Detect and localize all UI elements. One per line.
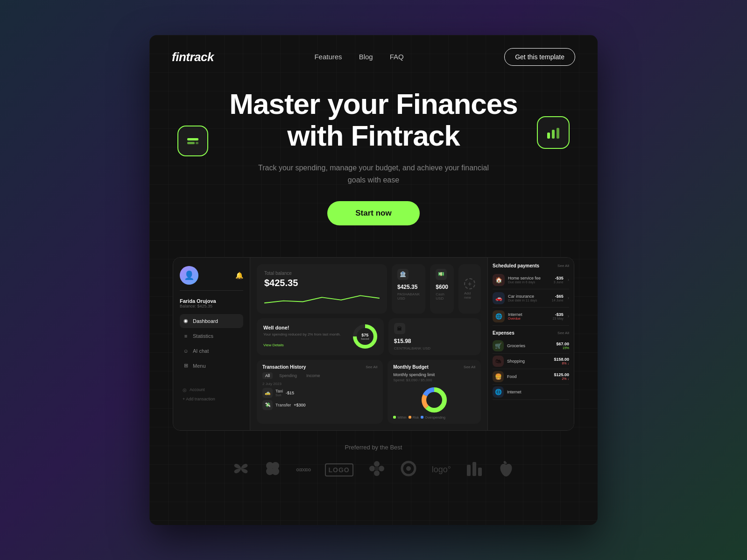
- tab-all[interactable]: All: [262, 372, 273, 379]
- internet-payment-icon: 🌐: [493, 310, 505, 322]
- expenses-see-all[interactable]: See All: [557, 331, 569, 335]
- home-service-due: Due date in 6 days: [508, 280, 550, 284]
- cash-amount: $600: [436, 284, 448, 290]
- shopping-amount: $158.00: [554, 357, 569, 362]
- brand-logo-4: LOGO: [325, 463, 353, 476]
- svg-point-18: [374, 466, 379, 471]
- db-menu-statistics[interactable]: ≡ Statistics: [180, 329, 243, 343]
- budget-donut-chart: [420, 386, 448, 414]
- welldone-desc: Your spending reduced by 2% from last mo…: [263, 332, 341, 337]
- groceries-icon: 🛒: [493, 340, 504, 351]
- add-circle-icon: +: [464, 278, 475, 289]
- pashabank-amount: $425.35: [397, 284, 420, 290]
- tab-income[interactable]: Income: [303, 372, 323, 379]
- txn-taxi-sub: Sun: [275, 393, 283, 397]
- internet-date: 23 May: [553, 317, 564, 320]
- txn-title: Transaction History: [262, 364, 306, 370]
- svg-rect-4: [552, 130, 555, 139]
- welldone-link[interactable]: View Details: [263, 343, 284, 347]
- svg-rect-0: [187, 138, 198, 140]
- list-item: 🛍 Shopping $158.00 8% ↓: [493, 354, 569, 369]
- internet-expense-name: Internet: [507, 390, 566, 394]
- nav-links: Features Blog FAQ: [314, 53, 403, 61]
- nav-features[interactable]: Features: [314, 53, 342, 61]
- legend-within: Within: [393, 416, 406, 419]
- db-acct-cash: 💵 $600 Cash USD: [430, 264, 454, 314]
- savings-circle: $75 Saved: [353, 324, 377, 349]
- shopping-icon: 🛍: [493, 356, 504, 367]
- db-add-transaction[interactable]: + Add transaction: [180, 395, 243, 403]
- list-item: 🌐 Internet Overdue -$35 23 May ›: [493, 308, 569, 326]
- get-template-button[interactable]: Get this template: [504, 48, 575, 66]
- db-menu-menu[interactable]: ⊞ Menu: [180, 359, 243, 373]
- legend-risk: Risk: [409, 416, 419, 419]
- db-menu-dashboard[interactable]: ◉ Dashboard: [180, 314, 243, 328]
- svg-point-13: [272, 468, 279, 475]
- svg-rect-23: [478, 468, 482, 476]
- budget-label: Monthly spending limit: [393, 372, 475, 377]
- db-menu-aichat[interactable]: ☺ AI chat: [180, 344, 243, 358]
- pashabank-label: PASHABANK USD: [397, 292, 420, 301]
- expenses-title: Expenses: [493, 330, 514, 336]
- list-item: 🚗 Car insurance Due date in 11 days -$65…: [493, 289, 569, 308]
- svg-point-16: [374, 470, 380, 476]
- db-middle-row: Well done! Your spending reduced by 2% f…: [257, 318, 481, 355]
- table-row: 💸 Transfer +$300: [262, 400, 377, 410]
- brand-logo-8: [466, 460, 483, 480]
- browser-window: fintrack Features Blog FAQ Get this temp…: [149, 35, 598, 525]
- db-bottom-row: Transaction History See All All Spending…: [257, 360, 481, 424]
- svg-point-20: [406, 466, 411, 471]
- db-right-panel: Scheduled payments See All 🏠 Home servic…: [487, 258, 574, 430]
- brand-logo-9: [498, 460, 514, 480]
- home-service-chevron: ›: [568, 277, 569, 282]
- logos-row: ∞∞∞ LOGO logo°: [172, 460, 575, 480]
- groceries-name: Groceries: [507, 343, 553, 348]
- nav-faq[interactable]: FAQ: [390, 53, 404, 61]
- car-insurance-date: 14 June: [552, 299, 564, 302]
- db-balance-card: Total balance $425.35: [257, 264, 387, 314]
- home-service-amount: -$35: [554, 276, 564, 280]
- list-item: 🍔 Food $125.00 2% ↓: [493, 369, 569, 385]
- add-new-label: Add new: [464, 291, 475, 300]
- txn-taxi-amount: -$15: [286, 391, 294, 395]
- pashabank-icon: 🏦: [397, 269, 409, 280]
- db-balance-amount: $425.35: [264, 278, 380, 288]
- budget-see-all[interactable]: See All: [464, 365, 475, 369]
- food-name: Food: [507, 374, 550, 379]
- internet-amount: -$35: [553, 312, 564, 317]
- car-insurance-due: Due date in 11 days: [508, 299, 549, 302]
- db-bell: 🔔: [235, 272, 243, 279]
- groceries-pct: 15%: [556, 346, 569, 350]
- nav-blog[interactable]: Blog: [359, 53, 373, 61]
- start-now-button[interactable]: Start now: [327, 201, 419, 225]
- brand-logo-7: logo°: [432, 465, 451, 475]
- scheduled-see-all[interactable]: See All: [557, 264, 569, 268]
- food-icon: 🍔: [493, 371, 504, 382]
- car-insurance-icon: 🚗: [493, 292, 505, 304]
- txn-see-all[interactable]: See All: [366, 365, 377, 369]
- list-item: 🛒 Groceries $67.00 15%: [493, 338, 569, 354]
- cash-label: Cash USD: [436, 292, 448, 301]
- centralbank-icon: 🏛: [394, 323, 405, 334]
- db-user-balance: Balance: $425.35: [180, 304, 243, 308]
- tab-spending[interactable]: Spending: [276, 372, 300, 379]
- float-icon-right: [537, 116, 570, 149]
- food-pct: 2% ↓: [554, 377, 569, 380]
- db-centralbank-card: 🏛 $15.98 CENTRALBANK USD: [388, 318, 481, 355]
- svg-rect-2: [196, 142, 198, 144]
- budget-legend: Within Risk Overspending: [393, 416, 475, 419]
- brand-logo-3: ∞∞∞: [296, 465, 310, 475]
- db-welldone-card: Well done! Your spending reduced by 2% f…: [257, 318, 384, 355]
- legend-overspending: Overspending: [421, 416, 445, 419]
- expenses-section: Expenses See All 🛒 Groceries $67.00 15% …: [493, 330, 569, 400]
- svg-rect-3: [547, 133, 550, 139]
- svg-point-14: [374, 461, 380, 467]
- internet-chevron: ›: [568, 314, 569, 319]
- txn-transfer-amount: +$300: [294, 403, 305, 407]
- sparkline-chart: [264, 292, 380, 305]
- centralbank-amount: $15.98: [394, 338, 475, 344]
- dashboard-preview: 👤 🔔 Farida Orujova Balance: $425.35 ◉ Da…: [173, 257, 574, 431]
- menu-icon: ⊞: [183, 363, 189, 369]
- db-add-new-card[interactable]: + Add new: [458, 264, 481, 314]
- db-monthly-budget: Monthly Budget See All Monthly spending …: [388, 360, 481, 424]
